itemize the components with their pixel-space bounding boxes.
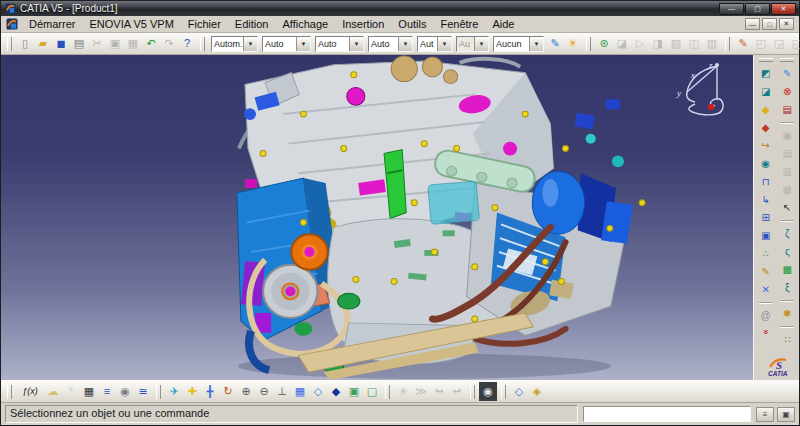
normal-view-icon[interactable]: ⊥ — [273, 382, 291, 401]
paste-icon[interactable]: ▦ — [124, 34, 142, 53]
zoom-in-icon[interactable]: ⊕ — [237, 382, 255, 401]
chevron-down-icon[interactable]: ▼ — [243, 37, 257, 51]
mdi-restore-button[interactable]: □ — [762, 18, 777, 30]
knowledge-inspector-icon[interactable]: ≡ — [98, 382, 116, 401]
menu-fichier[interactable]: Fichier — [181, 17, 228, 32]
notepad-edit-icon[interactable]: ✎ — [756, 263, 776, 281]
new-document-icon[interactable]: ▯ — [16, 34, 34, 53]
toolbar-grip[interactable] — [501, 385, 506, 399]
multi-instantiation-icon[interactable]: ∴ — [756, 245, 776, 263]
rotate-icon[interactable]: ↻ — [219, 382, 237, 401]
formulas-icon[interactable]: ƒ(x) — [16, 382, 44, 401]
title-bar[interactable]: CATIA V5 - [Product1] —▢✕ — [1, 1, 799, 16]
equivalent-dimensions-icon[interactable]: ≅ — [134, 382, 152, 401]
measure-item-icon[interactable]: ◈ — [528, 382, 546, 401]
accelerate-icon[interactable]: ≫ — [412, 382, 430, 401]
enovia-icon-4[interactable]: ◱ — [788, 34, 800, 53]
expand-command-button[interactable]: ▣ — [777, 407, 795, 422]
toolbar-grip[interactable] — [470, 385, 475, 399]
menu-enovia-v5-vpm[interactable]: ENOVIA V5 VPM — [82, 17, 180, 32]
graph-tree-icon[interactable]: ◉ — [756, 155, 776, 173]
save-icon[interactable]: ◼ — [52, 34, 70, 53]
engine-model[interactable] — [1, 55, 753, 380]
knowledge-tool-icon-2[interactable]: ς — [777, 243, 797, 261]
shading-edges-icon[interactable]: ▣ — [345, 382, 363, 401]
window-tool-icon-2[interactable]: ▤ — [777, 145, 797, 163]
menu-affichage[interactable]: Affichage — [275, 17, 335, 32]
comments-icon[interactable]: ☁ — [44, 382, 62, 401]
chevron-down-icon[interactable]: ▼ — [474, 37, 488, 51]
zoom-out-icon[interactable]: ⊖ — [255, 382, 273, 401]
chevron-down-icon[interactable]: ▼ — [529, 37, 543, 51]
3d-viewport[interactable]: z x y — [1, 55, 753, 380]
copy-icon[interactable]: ▣ — [106, 34, 124, 53]
redo-icon[interactable]: ↷ — [160, 34, 178, 53]
undo-icon[interactable]: ↶ — [142, 34, 160, 53]
combo-graphic-5[interactable]: Aut▼ — [417, 36, 452, 52]
pan-icon[interactable]: ╋ — [201, 382, 219, 401]
fly-mode-icon[interactable]: ✈ — [165, 382, 183, 401]
combo-graphic-2[interactable]: Auto▼ — [262, 36, 311, 52]
tool-icon-3[interactable]: ◨ — [649, 34, 667, 53]
fly-forward-icon[interactable]: ↬ — [430, 382, 448, 401]
window-tool-icon-4[interactable]: ▦ — [777, 181, 797, 199]
whats-this-icon[interactable]: ? — [178, 34, 196, 53]
window-tool-icon-3[interactable]: ▥ — [777, 163, 797, 181]
pick-tool-icon[interactable]: ✱ — [777, 305, 797, 323]
enovia-icon-1[interactable]: ✎ — [734, 34, 752, 53]
menu-outils[interactable]: Outils — [391, 17, 433, 32]
combo-graphic-1[interactable]: Autom.▼ — [211, 36, 258, 52]
menu-aide[interactable]: Aide — [485, 17, 521, 32]
toolbar-grip[interactable] — [780, 58, 794, 62]
green-window-icon[interactable]: ▩ — [777, 261, 797, 279]
print-icon[interactable]: ▤ — [70, 34, 88, 53]
lock-icon[interactable]: ◉ — [116, 382, 134, 401]
menu-insertion[interactable]: Insertion — [335, 17, 391, 32]
tool-icon-4[interactable]: ▧ — [667, 34, 685, 53]
wizard-icon[interactable]: ☀ — [564, 34, 582, 53]
instances-graph-icon[interactable]: ∷ — [777, 331, 797, 349]
chevron-down-icon[interactable]: ▼ — [349, 37, 363, 51]
multi-view-icon[interactable]: ▦ — [291, 382, 309, 401]
fit-all-in-icon[interactable]: ✚ — [183, 382, 201, 401]
replace-component-icon[interactable]: ↪ — [756, 137, 776, 155]
toolbar-grip[interactable] — [156, 385, 161, 399]
painter-icon[interactable]: ✎ — [546, 34, 564, 53]
chevron-down-icon[interactable]: ▼ — [296, 37, 310, 51]
measure-between-icon[interactable]: ◇ — [510, 382, 528, 401]
turn-head-icon[interactable]: ✳ — [394, 382, 412, 401]
close-button[interactable]: ✕ — [771, 3, 796, 15]
window-tool-icon-1[interactable]: ▣ — [777, 127, 797, 145]
shaded-view-icon[interactable]: ◆ — [327, 382, 345, 401]
knowledge-tool-icon-1[interactable]: ζ — [777, 225, 797, 243]
enovia-icon-2[interactable]: ◰ — [752, 34, 770, 53]
view-compass[interactable]: z x y — [665, 60, 737, 118]
command-history-button[interactable]: ≡ — [756, 407, 774, 422]
menu-fenetre[interactable]: Fenêtre — [433, 17, 485, 32]
toolbar-grip[interactable] — [385, 385, 390, 399]
toolbar-grip[interactable] — [7, 37, 12, 51]
toolbar-grip[interactable] — [200, 37, 205, 51]
open-icon[interactable]: ▰ — [34, 34, 52, 53]
select-arrow-icon[interactable]: ↖ — [777, 199, 797, 217]
enovia-icon-3[interactable]: ◲ — [770, 34, 788, 53]
selective-load-icon[interactable]: ⊞ — [756, 209, 776, 227]
design-table-icon[interactable]: ▦ — [80, 382, 98, 401]
camera-icon[interactable]: ◉ — [479, 382, 497, 401]
cut-icon[interactable]: ✂ — [88, 34, 106, 53]
combo-graphic-3[interactable]: Auto▼ — [315, 36, 364, 52]
toolbar-grip[interactable] — [7, 385, 12, 399]
iso-view-icon[interactable]: ◇ — [309, 382, 327, 401]
pdf-document-icon[interactable]: ▤ — [777, 101, 797, 119]
combo-graphic-4[interactable]: Auto▼ — [368, 36, 413, 52]
custom-view-icon[interactable]: ▢ — [363, 382, 381, 401]
catalog-icon[interactable]: ⊛ — [595, 34, 613, 53]
existing-component-icon[interactable]: ◆ — [756, 119, 776, 137]
combo-graphic-6[interactable]: Au▼ — [456, 36, 489, 52]
graphic-painter-icon[interactable]: ✎ — [777, 65, 797, 83]
toolbar-grip[interactable] — [586, 37, 591, 51]
minimize-button[interactable]: — — [719, 3, 744, 15]
toolbar-grip[interactable] — [725, 37, 730, 51]
tool-icon-5[interactable]: ◫ — [685, 34, 703, 53]
new-product-icon[interactable]: ◪ — [756, 83, 776, 101]
